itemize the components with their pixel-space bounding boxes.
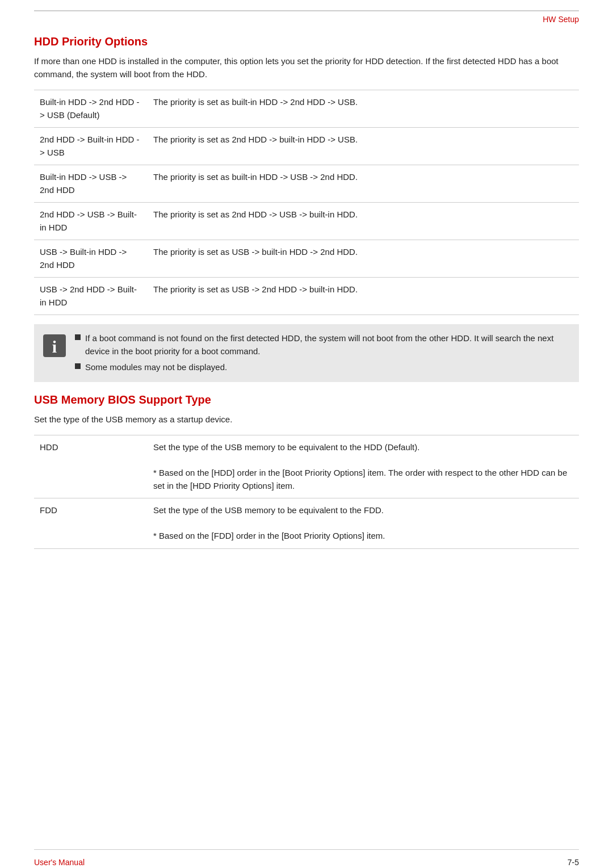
info-icon: i	[42, 333, 67, 358]
table-row: 2nd HDD -> USB -> Built-in HDD The prior…	[34, 203, 579, 240]
section1-heading: HDD Priority Options	[34, 35, 579, 48]
term-cell: FDD	[34, 498, 148, 549]
page-container: HW Setup HDD Priority Options If more th…	[0, 10, 613, 868]
table-row: 2nd HDD -> Built-in HDD -> USB The prior…	[34, 128, 579, 165]
table-row: Built-in HDD -> USB -> 2nd HDD The prior…	[34, 165, 579, 203]
usb-memory-table: HDD Set the type of the USB memory to be…	[34, 435, 579, 549]
term-cell: Built-in HDD -> 2nd HDD -> USB (Default)	[34, 90, 148, 128]
bullet-square-icon	[75, 334, 81, 340]
term-cell: USB -> Built-in HDD -> 2nd HDD	[34, 240, 148, 278]
footer-right: 7-5	[568, 858, 579, 867]
section2-intro: Set the type of the USB memory as a star…	[34, 413, 579, 426]
definition-cell: The priority is set as USB -> 2nd HDD ->…	[148, 278, 579, 315]
svg-text:i: i	[52, 337, 57, 356]
bullet-text: If a boot command is not found on the fi…	[85, 332, 569, 358]
definition-cell: Set the type of the USB memory to be equ…	[148, 498, 579, 549]
term-cell: 2nd HDD -> Built-in HDD -> USB	[34, 128, 148, 165]
info-icon-svg: i	[42, 333, 67, 358]
table-row: USB -> 2nd HDD -> Built-in HDD The prior…	[34, 278, 579, 315]
definition-cell: The priority is set as USB -> built-in H…	[148, 240, 579, 278]
table-row: HDD Set the type of the USB memory to be…	[34, 435, 579, 498]
section2-heading: USB Memory BIOS Support Type	[34, 393, 579, 406]
bullet-square-icon	[75, 363, 81, 369]
term-cell: 2nd HDD -> USB -> Built-in HDD	[34, 203, 148, 240]
info-bullet: Some modules may not be displayed.	[75, 361, 569, 374]
info-box: i If a boot command is not found on the …	[34, 324, 579, 382]
definition-cell: Set the type of the USB memory to be equ…	[148, 435, 579, 498]
definition-cell: The priority is set as built-in HDD -> 2…	[148, 90, 579, 128]
header-section-label: HW Setup	[543, 15, 579, 24]
table-row: Built-in HDD -> 2nd HDD -> USB (Default)…	[34, 90, 579, 128]
table-row: FDD Set the type of the USB memory to be…	[34, 498, 579, 549]
term-cell: HDD	[34, 435, 148, 498]
bullet-text: Some modules may not be displayed.	[85, 361, 569, 374]
footer-area: User's Manual 7-5	[0, 853, 613, 867]
info-bullet: If a boot command is not found on the fi…	[75, 332, 569, 358]
definition-cell: The priority is set as 2nd HDD -> built-…	[148, 128, 579, 165]
footer-left: User's Manual	[34, 858, 85, 867]
definition-cell: The priority is set as 2nd HDD -> USB ->…	[148, 203, 579, 240]
term-cell: Built-in HDD -> USB -> 2nd HDD	[34, 165, 148, 203]
term-cell: USB -> 2nd HDD -> Built-in HDD	[34, 278, 148, 315]
footer-rule	[34, 849, 579, 850]
section1-intro: If more than one HDD is installed in the…	[34, 55, 579, 81]
table-row: USB -> Built-in HDD -> 2nd HDD The prior…	[34, 240, 579, 278]
definition-cell: The priority is set as built-in HDD -> U…	[148, 165, 579, 203]
hdd-priority-table: Built-in HDD -> 2nd HDD -> USB (Default)…	[34, 90, 579, 315]
info-content: If a boot command is not found on the fi…	[75, 332, 569, 374]
content-area: HDD Priority Options If more than one HD…	[0, 24, 613, 592]
header-area: HW Setup	[0, 11, 613, 24]
